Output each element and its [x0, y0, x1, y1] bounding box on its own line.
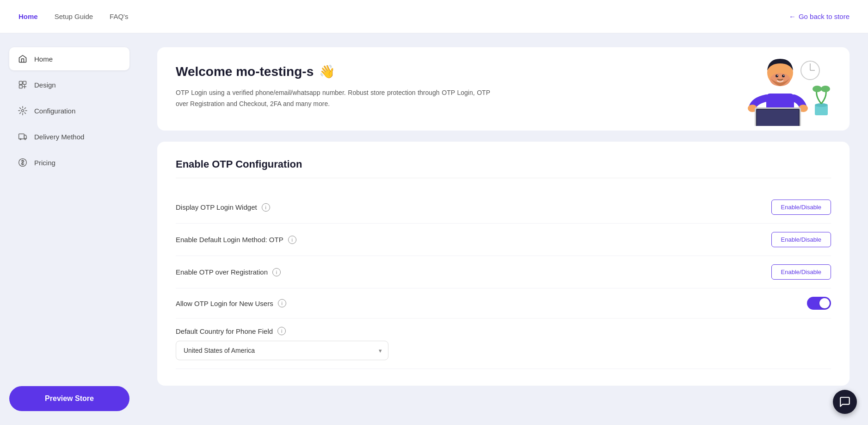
person-illustration-svg — [729, 52, 831, 126]
config-label-otp-registration: Enable OTP over Registration i — [176, 268, 281, 276]
wave-emoji: 👋 — [319, 64, 335, 79]
country-select-wrapper: United States of America United Kingdom … — [176, 341, 388, 360]
delivery-icon — [18, 131, 28, 142]
sidebar-item-design[interactable]: Design — [9, 73, 129, 96]
sidebar-label-home: Home — [34, 55, 53, 63]
enable-disable-btn-default-login[interactable]: Enable/Disable — [771, 232, 831, 247]
config-section-title: Enable OTP Configuration — [176, 158, 831, 178]
svg-rect-0 — [19, 81, 23, 85]
sidebar-label-delivery: Delivery Method — [34, 133, 84, 141]
svg-point-18 — [777, 75, 778, 76]
sidebar-item-pricing[interactable]: Pricing — [9, 151, 129, 174]
toggle-slider-allow-otp — [807, 297, 831, 310]
svg-point-12 — [815, 103, 828, 107]
welcome-description: OTP Login using a verified phone/email/w… — [176, 88, 490, 110]
preview-store-button[interactable]: Preview Store — [9, 386, 129, 411]
sidebar-item-delivery-method[interactable]: Delivery Method — [9, 125, 129, 148]
enable-disable-btn-otp-registration[interactable]: Enable/Disable — [771, 264, 831, 280]
config-icon — [18, 106, 28, 116]
home-icon — [18, 54, 28, 64]
config-label-allow-otp: Allow OTP Login for New Users i — [176, 299, 286, 307]
nav-links: Home Setup Guide FAQ's — [18, 12, 128, 20]
svg-point-14 — [821, 86, 830, 92]
sidebar-label-configuration: Configuration — [34, 107, 75, 115]
sidebar-bottom: Preview Store — [9, 372, 129, 411]
pricing-icon — [18, 157, 28, 168]
svg-point-6 — [25, 138, 25, 140]
sidebar-label-design: Design — [34, 81, 56, 89]
main-layout: Home Design Configuration — [0, 33, 868, 425]
config-row-allow-otp-new-users: Allow OTP Login for New Users i — [176, 288, 831, 319]
svg-point-19 — [782, 75, 785, 77]
info-icon-default-login[interactable]: i — [288, 236, 296, 244]
svg-point-13 — [813, 86, 822, 92]
svg-point-17 — [776, 75, 778, 77]
top-nav: Home Setup Guide FAQ's ← Go back to stor… — [0, 0, 868, 33]
info-icon-default-country[interactable]: i — [277, 327, 286, 335]
main-content: Welcome mo-testing-s 👋 OTP Login using a… — [139, 33, 868, 425]
nav-faqs[interactable]: FAQ's — [110, 12, 128, 20]
welcome-illustration — [729, 52, 831, 126]
arrow-left-icon: ← — [789, 12, 796, 20]
svg-point-3 — [22, 110, 24, 112]
svg-rect-1 — [23, 81, 26, 85]
go-back-link[interactable]: ← Go back to store — [789, 12, 850, 20]
config-label-display-otp: Display OTP Login Widget i — [176, 203, 270, 212]
nav-home[interactable]: Home — [18, 12, 38, 20]
enable-disable-btn-display-otp[interactable]: Enable/Disable — [771, 200, 831, 215]
config-label-default-login: Enable Default Login Method: OTP i — [176, 236, 296, 244]
svg-rect-2 — [19, 85, 23, 88]
info-icon-otp-registration[interactable]: i — [272, 268, 281, 276]
svg-rect-26 — [757, 110, 799, 126]
config-label-default-country: Default Country for Phone Field i — [176, 327, 831, 335]
welcome-card: Welcome mo-testing-s 👋 OTP Login using a… — [157, 47, 850, 131]
sidebar: Home Design Configuration — [0, 33, 139, 425]
chat-icon — [839, 396, 851, 408]
config-row-default-login: Enable Default Login Method: OTP i Enabl… — [176, 224, 831, 256]
svg-point-20 — [783, 75, 784, 76]
otp-config-card: Enable OTP Configuration Display OTP Log… — [157, 142, 850, 386]
sidebar-label-pricing: Pricing — [34, 159, 55, 167]
config-row-default-country: Default Country for Phone Field i United… — [176, 319, 831, 369]
country-select[interactable]: United States of America United Kingdom … — [176, 341, 388, 360]
config-row-display-otp: Display OTP Login Widget i Enable/Disabl… — [176, 191, 831, 224]
chat-bubble-button[interactable] — [833, 390, 857, 414]
sidebar-item-home[interactable]: Home — [9, 47, 129, 70]
sidebar-item-configuration[interactable]: Configuration — [9, 99, 129, 122]
svg-rect-4 — [19, 134, 25, 139]
info-icon-allow-otp[interactable]: i — [278, 299, 286, 307]
toggle-allow-otp[interactable] — [807, 297, 831, 310]
config-row-otp-registration: Enable OTP over Registration i Enable/Di… — [176, 256, 831, 288]
info-icon-display-otp[interactable]: i — [262, 203, 270, 212]
nav-setup-guide[interactable]: Setup Guide — [55, 12, 93, 20]
design-icon — [18, 80, 28, 90]
